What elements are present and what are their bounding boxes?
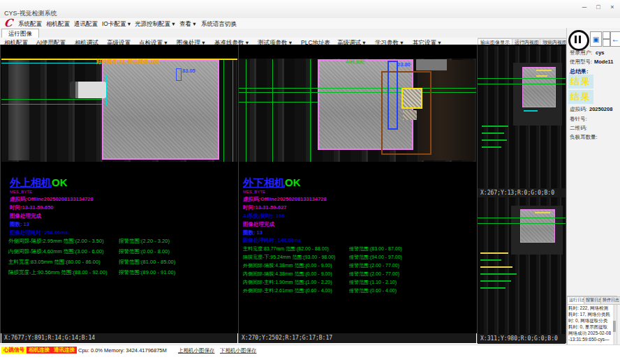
tab-run-image[interactable]: 运行图像 — [1, 29, 39, 38]
close-button[interactable]: × — [606, 3, 619, 12]
login-user-value: cys — [596, 50, 605, 56]
left-alarm-row: 报警范围:(81.00 - 85.00) — [119, 259, 175, 266]
menu-language-switch[interactable]: 系统语言切换 — [201, 20, 237, 29]
thumb2-text-yellow — [480, 252, 508, 254]
center-time: 时间:13-31-59-627 — [243, 204, 287, 211]
thumb1-roi — [522, 67, 556, 107]
left-result-title: 外上相机OK — [10, 176, 68, 190]
menu-io-config[interactable]: IO卡配置 ▾ — [102, 20, 131, 29]
center-done-text: 图像处理完成 — [243, 221, 274, 228]
result-text-upper: 结果 — [570, 76, 591, 86]
thumb1-label-yellow — [536, 75, 547, 77]
center-measure-row: 内侧间隙-隔膜:4.38mm 范围:(0.00 - 9.00) — [243, 271, 332, 278]
comm-conn-badge: 通讯连接 — [52, 347, 77, 354]
center-overlay-hline-green — [239, 92, 476, 93]
thumb1-text-green — [482, 126, 508, 127]
left-measure-row: 外侧间隙-隔膜:2.95mm 范围:(2.00 - 3.50) — [8, 238, 104, 245]
left-alarm-row: 报警范围:(2.20 - 3.20) — [119, 238, 170, 245]
center-overlay-vline-green — [272, 59, 273, 162]
left-overlay-vline-green — [232, 60, 233, 162]
titlebar — [0, 0, 620, 19]
left-ok-badge: OK — [52, 176, 68, 188]
left-done-text: 图像处理完成 — [10, 213, 41, 220]
center-loop-count: 圈数: 13 — [243, 229, 263, 236]
left-machine-column — [8, 60, 29, 160]
log-scrollbar-thumb[interactable] — [613, 321, 616, 332]
thumb2-roi — [520, 209, 555, 243]
result-text-lower: 结果 — [570, 91, 591, 102]
thumb2-text-green — [480, 273, 517, 275]
left-overlay-hline-green — [1, 104, 102, 105]
left-overlay-line-cyan — [1, 63, 102, 63]
thumb2-text-green — [480, 280, 511, 282]
left-time: 时间:13-31-59-650 — [10, 204, 54, 211]
center-overlay-vline-green — [246, 59, 246, 162]
menu-view[interactable]: 查看 ▾ — [179, 20, 196, 29]
left-tab-edge-line — [106, 75, 107, 106]
app-window: CYS-视觉检测系统 ─ □ × C 系统配置 相机配置 通讯配置 IO卡配置 … — [0, 0, 620, 364]
center-measure-value: 23.80 — [397, 61, 411, 68]
center-elapsed: 图像处理耗时: 140.00ms — [243, 237, 301, 244]
thumb2-coords-bar: X:311;Y:980;R:0;G:0;B:0 — [478, 334, 566, 344]
left-barcode: 虚拟码:Offline20250208133134728 — [10, 196, 94, 203]
left-measure-box-blue — [176, 68, 182, 81]
result-box-lower: 结果 — [568, 90, 593, 104]
qrcode-label: 二维码: — [570, 125, 587, 132]
left-mes-text: MES_BYTE — [10, 190, 32, 194]
camera-button[interactable]: ▣ — [590, 31, 602, 47]
menu-system-config[interactable]: 系统配置 — [18, 20, 42, 29]
left-threshold-text: 好的阈值:93, 检出阈值:100 — [96, 59, 159, 66]
center-overlay-vline-green — [310, 59, 311, 162]
small-toggle-button-1[interactable] — [603, 31, 610, 39]
menu-comm-config[interactable]: 通讯配置 — [74, 20, 98, 29]
maximize-button[interactable]: □ — [592, 3, 605, 12]
back-button[interactable]: ← — [610, 31, 620, 47]
pause-icon — [575, 36, 581, 43]
thumb2-hline-green — [478, 218, 566, 218]
lower-camera-save-link[interactable]: 下相机小图保存 — [220, 347, 257, 354]
center-alarm-row: 报警范围:(0.60 - 4.00) — [349, 287, 397, 294]
center-sys-elapsed: AI系统(耗时): 166 — [243, 213, 285, 220]
left-separator-roi — [102, 60, 219, 160]
login-user-label: 登录用户: — [570, 50, 592, 56]
left-alarm-row: 报警范围:(0.00 - 8.00) — [119, 248, 170, 255]
log-text: 耗时: 222, 网络检测耗时: 17, 网络分类耗时: 0, 网络提取分类耗时… — [568, 305, 612, 347]
upper-camera-save-link[interactable]: 上相机小图保存 — [178, 347, 215, 354]
menu-camera-config[interactable]: 相机配置 — [46, 20, 70, 29]
menu-light-config[interactable]: 光源控制配置 ▾ — [135, 20, 175, 29]
minimize-button[interactable]: ─ — [578, 3, 591, 12]
result-box-upper: 结果 — [568, 75, 593, 89]
center-barcode: 虚拟码:Offline20250208133134728 — [243, 196, 327, 203]
thumb2-text-green — [480, 287, 505, 289]
small-toggle-button-2[interactable] — [603, 39, 610, 47]
neg-tab-count-label: 负极耳数量: — [570, 134, 598, 141]
thumb2-text-yellow — [480, 266, 512, 268]
thumb1-text-green — [482, 139, 507, 141]
center-result-title: 外下相机OK — [243, 176, 301, 190]
thumb1-hline-green — [478, 84, 566, 84]
center-alarm-row: 报警范围:(83.00 - 87.00) — [349, 245, 402, 252]
virtual-code-value: 20250208 — [589, 106, 612, 112]
thumb2-text-green — [480, 259, 501, 261]
center-overlay-hline-green — [239, 88, 476, 89]
left-tab-metal-piece — [70, 82, 106, 98]
model-label: 使用型号: — [570, 59, 592, 66]
app-logo-icon: C — [3, 17, 13, 29]
back-arrow-icon: ← — [612, 34, 620, 44]
left-elapsed: 图像处理耗时: 258.00ms — [10, 229, 68, 236]
left-coords-bar: X:7677;Y:891;R:14;G:14;B:14 — [1, 333, 237, 343]
center-ok-badge: OK — [285, 176, 301, 188]
center-mes-text: MES_BYTE — [243, 190, 265, 194]
left-overlay-vline-green — [223, 60, 224, 162]
left-measure-row: 隔膜宽度-上:90.56mm 范围:(88.00 - 92.00) — [8, 269, 108, 276]
center-measure-row: 主料宽度:83.77mm 范围:(82.00 - 88.00) — [243, 245, 329, 252]
thumb1-coords-bar: X:267;Y:13;R:0;G:0;B:0 — [478, 188, 566, 197]
left-measure-row: 主料宽度:83.05mm 范围:(80.00 - 86.00) — [8, 259, 101, 266]
center-defect-roi-yellow — [401, 88, 422, 109]
center-bright-corner — [416, 59, 447, 70]
left-camera-name: 外上相机 — [10, 176, 52, 188]
center-measure-row: 隔膜宽度-下:95.24mm 范围:(93.00 - 98.00) — [243, 254, 335, 261]
virtual-code-label: 虚拟码: — [570, 106, 587, 113]
pause-button[interactable] — [568, 30, 589, 51]
logtab-operation[interactable]: 操作日志 — [600, 296, 620, 305]
